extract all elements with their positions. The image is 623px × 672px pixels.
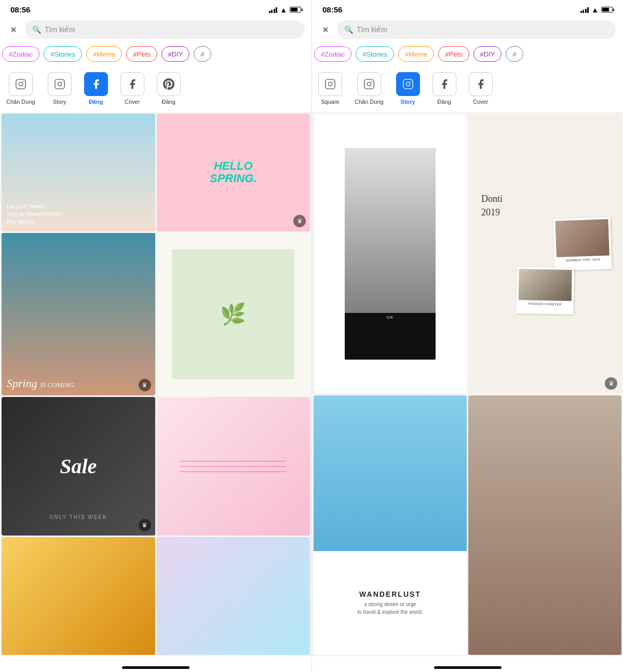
status-bar-left: 08:56 ▲ — [0, 0, 312, 17]
crown-badge-5: ♛ — [139, 519, 151, 531]
cat-dang-label-left: Đăng — [89, 99, 103, 105]
cat-cover-right[interactable]: Cover — [463, 70, 499, 107]
cat-dang-icon-right — [432, 72, 456, 96]
svg-point-4 — [58, 82, 61, 86]
cat-story-icon-left — [48, 72, 72, 96]
tag-stories-left[interactable]: #Stories — [44, 46, 82, 62]
cat-story-right[interactable]: Story — [390, 70, 426, 107]
search-icon-right: 🔍 — [344, 25, 353, 34]
search-icon-left: 🔍 — [32, 25, 41, 34]
cat-chandung-label-left: Chân Dung — [6, 99, 35, 105]
home-indicator-right — [312, 656, 623, 672]
battery-icon-left — [290, 7, 301, 12]
tag-diy-left[interactable]: #DIY — [161, 46, 190, 62]
tag-pets-left[interactable]: #Pets — [126, 46, 157, 62]
cat-dang-left[interactable]: Đăng — [78, 70, 114, 107]
cat-dang-icon-left — [84, 72, 108, 96]
grid-item-3-left[interactable]: Spring IS COMING ♛ — [2, 233, 155, 396]
cat-cover-left[interactable]: Cover — [114, 70, 151, 107]
tag-meme-right[interactable]: #Meme — [398, 46, 434, 62]
cat-cover-label-right: Cover — [473, 99, 488, 105]
status-bar-right: 08:56 ▲ — [312, 0, 623, 17]
cat-cover-icon-left — [120, 72, 144, 96]
cat-dang-p-label-left: Đăng — [162, 99, 175, 105]
cat-story-icon-right — [396, 72, 420, 96]
svg-rect-9 — [364, 79, 374, 89]
tag-diy-right[interactable]: #DIY — [473, 46, 502, 62]
cat-chandung-icon-right — [357, 72, 381, 96]
category-row-left: Chân Dung Story Đăng — [0, 66, 312, 112]
grid-item-4-left[interactable]: 🌿 — [157, 233, 310, 396]
cat-dang-pinterest-left[interactable]: Đăng — [151, 70, 187, 107]
grid-item-4-right[interactable] — [468, 395, 621, 655]
home-bar-right — [434, 666, 502, 669]
cat-cover-icon-right — [469, 72, 493, 96]
tag-zodiac-right[interactable]: #Zodiac — [314, 46, 351, 62]
svg-point-5 — [62, 81, 63, 82]
grid-item-7-left[interactable] — [2, 537, 155, 655]
wifi-icon-left: ▲ — [280, 6, 287, 14]
svg-point-13 — [406, 82, 410, 86]
grid-item-8-left[interactable] — [157, 537, 310, 655]
status-icons-left: ▲ — [269, 6, 301, 14]
svg-rect-12 — [403, 79, 412, 89]
close-button-left[interactable]: × — [7, 24, 20, 36]
status-icons-right: ▲ — [580, 6, 613, 14]
right-panel: 08:56 ▲ × 🔍 Tìm kiếm #Zodiac #Stories #M… — [312, 0, 623, 672]
tag-more-left[interactable]: # — [194, 46, 211, 62]
home-bar-left — [122, 666, 189, 669]
cat-square-icon-right — [318, 72, 342, 96]
tag-stories-right[interactable]: #Stories — [356, 46, 394, 62]
grid-item-3-right[interactable]: WANDERLUST a strong desire or urgeto tra… — [314, 395, 467, 655]
spring-banner-text-1: Let your heartssing as flowers bloomthis… — [7, 202, 150, 226]
battery-icon-right — [601, 7, 613, 12]
search-bar-right: × 🔍 Tìm kiếm — [312, 17, 623, 43]
svg-rect-6 — [326, 79, 335, 89]
category-row-right: Square Chân Dung Story — [312, 66, 623, 112]
cat-dang-label-right: Đăng — [438, 99, 451, 105]
svg-point-14 — [410, 81, 411, 82]
wifi-icon-right: ▲ — [591, 6, 599, 14]
hello-spring-text: HELLOSPRING. — [210, 160, 256, 185]
signal-icon-right — [580, 7, 589, 13]
crown-badge-3: ♛ — [139, 379, 151, 391]
cat-chandung-label-right: Chân Dung — [355, 99, 384, 105]
grid-item-1-left[interactable]: Let your heartssing as flowers bloomthis… — [2, 114, 155, 231]
search-input-right[interactable]: 🔍 Tìm kiếm — [337, 20, 616, 39]
cat-dang-right[interactable]: Đăng — [426, 70, 463, 107]
grid-item-2-right[interactable]: Donti 2019 SUMMER TRIP, 2019 FRIENDS FOR… — [468, 114, 621, 394]
cat-square-right[interactable]: Square — [312, 70, 348, 107]
tag-pets-right[interactable]: #Pets — [438, 46, 469, 62]
cat-cover-label-left: Cover — [125, 99, 140, 105]
grid-item-2-left[interactable]: HELLOSPRING. ♛ — [157, 114, 310, 231]
search-input-left[interactable]: 🔍 Tìm kiếm — [25, 20, 304, 39]
tag-zodiac-left[interactable]: #Zodiac — [2, 46, 39, 62]
cat-story-left[interactable]: Story — [42, 70, 78, 107]
crown-badge-2: ♛ — [293, 215, 306, 227]
signal-icon-left — [269, 7, 278, 13]
cat-square-label-right: Square — [321, 99, 339, 105]
svg-point-1 — [19, 82, 22, 86]
content-grid-right: CK Donti 2019 SUMMER TRIP, 2019 FRIENDS … — [312, 112, 623, 656]
search-placeholder-right: Tìm kiếm — [357, 25, 387, 34]
svg-point-10 — [367, 82, 371, 86]
tags-row-left: #Zodiac #Stories #Meme #Pets #DIY # — [0, 43, 312, 66]
left-panel: 08:56 ▲ × 🔍 Tìm kiếm #Zodiac #Stories #M… — [0, 0, 312, 672]
tag-meme-left[interactable]: #Meme — [86, 46, 122, 62]
grid-item-1-right[interactable]: CK — [314, 114, 467, 394]
grid-item-5-left[interactable]: Sale ONLY THIS WEEK ♛ — [2, 397, 155, 536]
tags-row-right: #Zodiac #Stories #Meme #Pets #DIY # — [312, 43, 623, 66]
home-indicator-left — [0, 656, 312, 672]
svg-rect-3 — [55, 79, 64, 89]
cat-story-label-right: Story — [401, 99, 415, 105]
svg-point-11 — [371, 81, 372, 82]
svg-point-2 — [23, 81, 24, 82]
tag-more-right[interactable]: # — [506, 46, 523, 62]
status-time-right: 08:56 — [322, 5, 342, 14]
cat-chandung-left[interactable]: Chân Dung — [0, 70, 42, 107]
search-placeholder-left: Tìm kiếm — [45, 25, 75, 34]
cat-chandung-right[interactable]: Chân Dung — [348, 70, 390, 107]
cat-story-label-left: Story — [53, 99, 66, 105]
close-button-right[interactable]: × — [319, 24, 332, 36]
grid-item-6-left[interactable] — [157, 397, 310, 536]
